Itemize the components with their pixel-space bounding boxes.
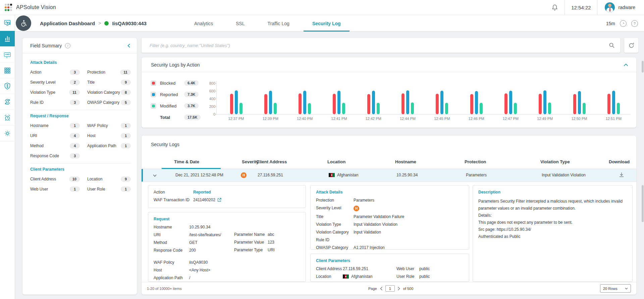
collapse-panel-button[interactable] xyxy=(127,43,131,48)
breadcrumb-section[interactable]: Application Dashboard xyxy=(40,20,95,26)
field-count-badge[interactable]: 1 xyxy=(70,186,80,192)
tab-traffic-log[interactable]: Traffic Log xyxy=(256,15,301,32)
column-header-hostname[interactable]: Hostname xyxy=(395,159,416,164)
column-header-violation-type[interactable]: Violation Type xyxy=(540,159,570,164)
field-count-badge[interactable]: 1 xyxy=(121,143,131,148)
previous-page-button[interactable] xyxy=(380,287,383,291)
refresh-button[interactable] xyxy=(624,38,638,53)
accessibility-button[interactable] xyxy=(16,15,31,31)
field-count-badge[interactable]: 11 xyxy=(69,90,80,95)
scrollbar-thumb[interactable] xyxy=(642,185,644,222)
field-count-badge[interactable]: 1 xyxy=(70,123,80,128)
column-header-client-address[interactable]: Client Address xyxy=(256,159,287,164)
legend-checkbox[interactable] xyxy=(151,103,156,109)
detail-field-host: Host<Any Host> xyxy=(154,268,234,272)
sidebar-item-apps[interactable] xyxy=(0,62,15,78)
table-header: Time & DateSeverityClient AddressLocatio… xyxy=(142,157,636,169)
rows-per-page-select[interactable]: 20 Rows xyxy=(600,284,631,293)
clock-icon xyxy=(622,22,625,25)
column-header-download[interactable]: Download xyxy=(609,159,630,164)
column-header-time-date[interactable]: Time & Date xyxy=(174,159,199,164)
field-label: Rule ID xyxy=(30,100,70,105)
notifications-button[interactable] xyxy=(545,0,565,15)
legend-total-badge: 6.4K xyxy=(184,80,199,86)
breadcrumb-entity: IisQA9030:443 xyxy=(112,20,147,26)
chevron-right-icon xyxy=(397,287,400,291)
field-count-badge[interactable]: 4 xyxy=(70,133,80,138)
legend-checkbox[interactable] xyxy=(151,81,156,86)
field-count-badge[interactable]: 2 xyxy=(70,80,80,85)
items-count: 1-20 of 10000+ items xyxy=(147,287,182,291)
apps-grid-icon xyxy=(4,67,11,74)
x-axis-line xyxy=(216,114,631,115)
tab-security-log[interactable]: Security Log xyxy=(301,15,352,32)
scrollbar-thumb[interactable] xyxy=(642,61,644,73)
field-count-badge[interactable]: 1 xyxy=(121,186,131,192)
sidebar-item-operations[interactable] xyxy=(0,94,15,110)
field-count-badge[interactable]: 3 xyxy=(70,70,80,75)
download-row-button[interactable] xyxy=(619,172,624,178)
legend-item-reported: Reported7.3K xyxy=(151,89,201,100)
field-count-badge[interactable]: 10 xyxy=(69,176,80,182)
tab-analytics[interactable]: Analytics xyxy=(183,15,224,32)
detail-field-violation-type: Violation TypeInput Validation Violation xyxy=(316,222,464,227)
total-value-badge: 17.5K xyxy=(184,115,201,120)
time-range-clock-button[interactable] xyxy=(620,20,627,27)
field-value: public xyxy=(419,274,430,279)
field-label: Application Path xyxy=(87,143,121,148)
field-value: Afghanistan xyxy=(343,274,372,279)
cell-client-address: 27.116.59.251 xyxy=(258,173,283,177)
pager: Page of 500 xyxy=(368,285,413,292)
detail-field-response-code: Response Code200 xyxy=(154,248,234,253)
time-range-label[interactable]: 15m xyxy=(606,21,615,26)
field-label: Severity Level xyxy=(30,80,70,85)
field-count-badge[interactable]: 3 xyxy=(70,100,80,105)
sidebar-item-monitoring[interactable] xyxy=(0,15,15,31)
field-label: Location xyxy=(87,177,121,181)
field-count-badge[interactable]: 1 xyxy=(121,133,131,138)
filter-input[interactable] xyxy=(149,43,603,48)
bar-reported xyxy=(509,91,512,114)
field-count-badge[interactable]: 5 xyxy=(121,100,131,105)
field-summary-field: Severity Level2 xyxy=(30,80,87,85)
next-page-button[interactable] xyxy=(397,287,400,291)
search-button[interactable] xyxy=(603,42,620,48)
sidebar-item-analytics-dashboard[interactable] xyxy=(0,31,15,47)
sidebar-item-settings[interactable] xyxy=(0,126,15,141)
field-count-badge[interactable]: 1 xyxy=(121,123,131,128)
x-tick-label: 12:39 PM xyxy=(259,117,282,121)
field-label: Protection xyxy=(87,70,120,75)
field-label: Response Code xyxy=(30,154,70,158)
y-tick xyxy=(215,114,216,115)
field-label: Response Code xyxy=(154,248,189,253)
field-label: Client Address xyxy=(30,177,69,181)
clock-time: 12:54:22 xyxy=(565,0,597,15)
tab-ssl[interactable]: SSL xyxy=(224,15,256,32)
page-number-input[interactable] xyxy=(385,285,395,292)
sidebar-item-ams[interactable]: AMS xyxy=(0,47,15,62)
detail-field-uri: URI/test-site/features/ xyxy=(154,232,234,237)
bar-reported xyxy=(406,90,409,114)
legend-checkbox[interactable] xyxy=(151,92,156,97)
column-header-protection[interactable]: Protection xyxy=(465,159,486,164)
column-header-location[interactable]: Location xyxy=(327,159,345,164)
row-expander[interactable] xyxy=(153,173,157,178)
sidebar-item-alerts[interactable] xyxy=(0,110,15,126)
table-row[interactable]: Dec 21, 2021 12:52:48 PM H 27.116.59.251… xyxy=(142,169,636,182)
field-summary-section-title: Client Parameters xyxy=(30,167,131,172)
field-count-badge[interactable]: 4 xyxy=(70,143,80,148)
request-panel-title: Request xyxy=(154,217,300,221)
field-count-badge[interactable]: 3 xyxy=(70,153,80,159)
field-count-badge[interactable]: 11 xyxy=(120,70,131,75)
field-count-badge[interactable]: 9 xyxy=(121,80,131,85)
external-link-icon[interactable] xyxy=(217,198,221,202)
field-count-badge[interactable]: 8 xyxy=(121,90,131,95)
field-value: GET xyxy=(189,240,198,245)
user-menu[interactable]: radware xyxy=(597,0,644,15)
field-count-badge[interactable]: 9 xyxy=(121,176,131,182)
collapse-chart-button[interactable] xyxy=(624,63,628,67)
help-button[interactable]: ? xyxy=(631,20,638,27)
attack-details-title: Attack Details xyxy=(316,190,464,195)
sidebar-item-security[interactable] xyxy=(0,78,15,94)
legend-label: Blocked xyxy=(160,81,184,86)
